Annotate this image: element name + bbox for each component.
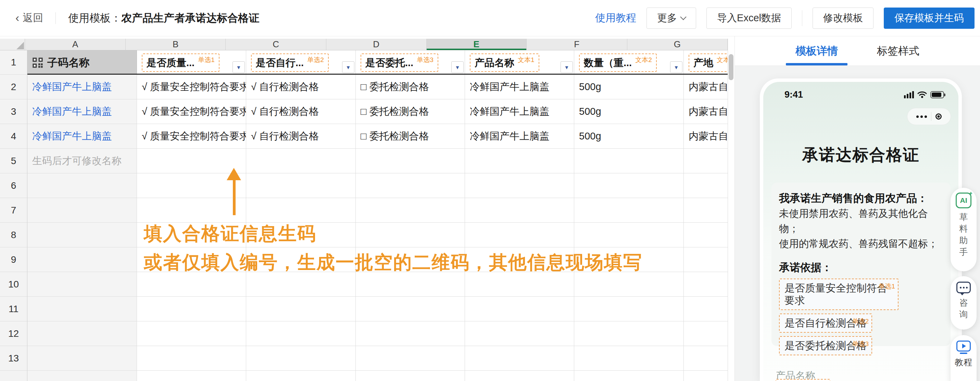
- filter-dropdown-button[interactable]: ▼: [670, 61, 682, 73]
- grid-cell[interactable]: [246, 247, 356, 272]
- grid-cell[interactable]: [574, 247, 684, 272]
- column-letter-C[interactable]: C: [226, 39, 326, 50]
- field-label-box[interactable]: 产品名称文本1: [470, 53, 539, 72]
- grid-cell[interactable]: √ 质量安全控制符合要求: [137, 75, 246, 99]
- import-excel-button[interactable]: 导入Excel数据: [706, 8, 792, 29]
- field-label-box[interactable]: 是否委托...单选3: [361, 53, 438, 72]
- grid-cell[interactable]: [246, 173, 356, 198]
- grid-cell[interactable]: [684, 223, 728, 247]
- grid-cell[interactable]: [465, 198, 574, 223]
- tab-template-detail[interactable]: 模板详情: [786, 36, 848, 65]
- grid-cell[interactable]: [684, 272, 728, 297]
- grid-cell[interactable]: [137, 371, 246, 381]
- back-button[interactable]: ‹ 返回: [16, 11, 43, 25]
- grid-cell[interactable]: [356, 346, 465, 371]
- grid-cell[interactable]: √ 自行检测合格: [246, 75, 356, 99]
- subcode-name-cell[interactable]: [27, 272, 137, 297]
- grid-cell[interactable]: 冷鲜国产牛上脑盖: [465, 124, 574, 149]
- grid-cell[interactable]: [356, 321, 465, 346]
- grid-cell[interactable]: [137, 297, 246, 321]
- floating-ai-assistant-button[interactable]: AI✦草料助手: [951, 188, 977, 271]
- select-all-corner-cell[interactable]: [0, 39, 25, 50]
- row-number[interactable]: 4: [0, 124, 27, 149]
- grid-cell[interactable]: [137, 149, 246, 173]
- grid-cell[interactable]: [465, 321, 574, 346]
- grid-cell[interactable]: [684, 297, 728, 321]
- grid-cell[interactable]: √ 质量安全控制符合要求: [137, 124, 246, 149]
- filter-dropdown-button[interactable]: ▼: [560, 61, 573, 73]
- grid-cell[interactable]: [356, 198, 465, 223]
- grid-cell[interactable]: □ 委托检测合格: [356, 124, 465, 149]
- grid-cell[interactable]: [246, 149, 356, 173]
- grid-cell[interactable]: [356, 297, 465, 321]
- grid-cell[interactable]: √ 自行检测合格: [246, 99, 356, 124]
- grid-cell[interactable]: [574, 223, 684, 247]
- subcode-name-cell[interactable]: [27, 321, 137, 346]
- grid-cell[interactable]: [465, 371, 574, 381]
- field-label-box[interactable]: 产地文本3: [689, 53, 728, 72]
- filter-dropdown-button[interactable]: ▼: [232, 61, 245, 73]
- vertical-scrollbar[interactable]: [729, 54, 733, 80]
- row-number[interactable]: 13: [0, 346, 27, 371]
- floating-consult-button[interactable]: 咨询: [951, 276, 977, 330]
- subcode-name-cell[interactable]: [27, 247, 137, 272]
- grid-cell[interactable]: [574, 272, 684, 297]
- grid-cell[interactable]: [246, 346, 356, 371]
- grid-cell[interactable]: [246, 321, 356, 346]
- grid-cell[interactable]: [356, 173, 465, 198]
- subcode-name-cell[interactable]: [27, 173, 137, 198]
- grid-cell[interactable]: [684, 198, 728, 223]
- grid-cell[interactable]: [356, 223, 465, 247]
- field-label-box[interactable]: 是否质量...单选1: [142, 53, 220, 72]
- field-label-box[interactable]: 数量（重...文本2: [579, 53, 657, 72]
- filter-dropdown-button[interactable]: ▼: [342, 61, 355, 73]
- header-cell-B[interactable]: 是否质量...单选1▼: [137, 50, 246, 75]
- grid-cell[interactable]: [465, 223, 574, 247]
- grid-cell[interactable]: [137, 272, 246, 297]
- grid-cell[interactable]: [684, 321, 728, 346]
- basis-item[interactable]: 是否委托检测合格单选3: [779, 336, 872, 355]
- subcode-name-cell[interactable]: [27, 297, 137, 321]
- grid-cell[interactable]: [684, 247, 728, 272]
- grid-cell[interactable]: [246, 223, 356, 247]
- grid-cell[interactable]: [246, 371, 356, 381]
- grid-cell[interactable]: [465, 297, 574, 321]
- tab-label-style[interactable]: 标签样式: [867, 36, 929, 65]
- grid-cell[interactable]: [137, 247, 246, 272]
- row-number[interactable]: 7: [0, 198, 27, 223]
- grid-cell[interactable]: [137, 346, 246, 371]
- grid-cell[interactable]: [246, 297, 356, 321]
- header-cell-G[interactable]: 产地文本3▼: [684, 50, 728, 75]
- column-letter-B[interactable]: B: [126, 39, 226, 50]
- column-letter-D[interactable]: D: [326, 39, 426, 50]
- row-number[interactable]: 9: [0, 247, 27, 272]
- grid-cell[interactable]: [574, 173, 684, 198]
- grid-cell[interactable]: 500g: [574, 99, 684, 124]
- row-number[interactable]: 10: [0, 272, 27, 297]
- save-template-button[interactable]: 保存模板并生码: [884, 8, 975, 29]
- grid-cell[interactable]: [574, 198, 684, 223]
- grid-cell[interactable]: [574, 321, 684, 346]
- column-letter-F[interactable]: F: [527, 39, 627, 50]
- grid-cell[interactable]: [137, 223, 246, 247]
- grid-cell[interactable]: [574, 346, 684, 371]
- subcode-name-cell[interactable]: [27, 223, 137, 247]
- row-number[interactable]: 1: [0, 50, 27, 75]
- grid-cell[interactable]: [356, 272, 465, 297]
- grid-cell[interactable]: 内蒙古自治区: [684, 99, 728, 124]
- miniprogram-capsule[interactable]: [907, 108, 951, 125]
- header-cell-E[interactable]: 产品名称文本1▼: [465, 50, 574, 75]
- row-number[interactable]: 6: [0, 173, 27, 198]
- grid-cell[interactable]: [246, 272, 356, 297]
- grid-cell[interactable]: √ 自行检测合格: [246, 124, 356, 149]
- field-label-box[interactable]: 是否自行...单选2: [251, 53, 329, 72]
- header-cell-F[interactable]: 数量（重...文本2▼: [574, 50, 684, 75]
- grid-cell[interactable]: [356, 149, 465, 173]
- grid-cell[interactable]: [465, 173, 574, 198]
- grid-cell[interactable]: 500g: [574, 124, 684, 149]
- grid-cell[interactable]: [574, 297, 684, 321]
- subcode-name-cell[interactable]: 冷鲜国产牛上脑盖: [27, 99, 137, 124]
- grid-cell[interactable]: [465, 272, 574, 297]
- header-cell-C[interactable]: 是否自行...单选2▼: [246, 50, 356, 75]
- grid-cell[interactable]: [137, 321, 246, 346]
